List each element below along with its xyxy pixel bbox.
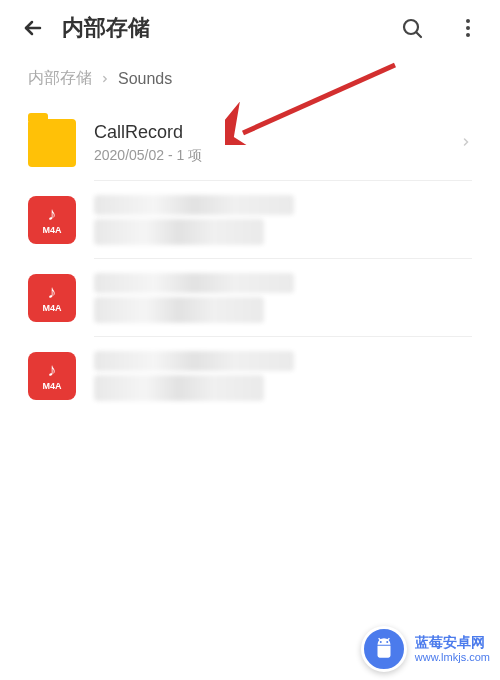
row-text (94, 195, 472, 245)
chevron-right-icon (460, 134, 472, 152)
watermark-url: www.lmkjs.com (415, 651, 490, 664)
folder-icon (28, 119, 76, 167)
more-button[interactable] (448, 8, 488, 48)
search-button[interactable] (392, 8, 432, 48)
audio-item[interactable]: ♪ M4A (28, 337, 472, 415)
header-actions (392, 8, 488, 48)
row-text: CallRecord 2020/05/02 - 1 项 (94, 122, 460, 165)
page-title: 内部存储 (62, 13, 392, 43)
m4a-icon: ♪ M4A (28, 352, 76, 400)
file-type-badge: M4A (42, 381, 61, 391)
file-type-badge: M4A (42, 225, 61, 235)
file-list: CallRecord 2020/05/02 - 1 项 ♪ M4A ♪ M4A … (0, 105, 500, 415)
watermark-logo-icon (361, 626, 407, 672)
redacted-details (94, 375, 264, 401)
redacted-filename (94, 351, 294, 371)
m4a-icon: ♪ M4A (28, 196, 76, 244)
row-text (94, 351, 472, 401)
breadcrumb-root[interactable]: 内部存储 (28, 68, 92, 89)
svg-point-8 (386, 641, 388, 643)
breadcrumb: 内部存储 Sounds (0, 56, 500, 105)
svg-line-10 (387, 638, 389, 640)
folder-name: CallRecord (94, 122, 460, 143)
redacted-filename (94, 195, 294, 215)
file-type-badge: M4A (42, 303, 61, 313)
row-text (94, 273, 472, 323)
svg-line-2 (417, 33, 422, 38)
svg-point-7 (380, 641, 382, 643)
m4a-icon: ♪ M4A (28, 274, 76, 322)
back-button[interactable] (12, 8, 52, 48)
watermark-text: 蓝莓安卓网 www.lmkjs.com (415, 634, 490, 664)
svg-point-5 (466, 33, 470, 37)
redacted-filename (94, 273, 294, 293)
redacted-details (94, 219, 264, 245)
music-note-icon: ♪ (48, 361, 57, 379)
folder-item-callrecord[interactable]: CallRecord 2020/05/02 - 1 项 (28, 105, 472, 181)
more-vertical-icon (456, 16, 480, 40)
music-note-icon: ♪ (48, 205, 57, 223)
svg-point-4 (466, 26, 470, 30)
music-note-icon: ♪ (48, 283, 57, 301)
breadcrumb-current: Sounds (118, 70, 172, 88)
folder-subtitle: 2020/05/02 - 1 项 (94, 147, 460, 165)
audio-item[interactable]: ♪ M4A (28, 259, 472, 337)
svg-line-9 (378, 638, 380, 640)
app-header: 内部存储 (0, 0, 500, 56)
watermark: 蓝莓安卓网 www.lmkjs.com (361, 626, 490, 672)
search-icon (400, 16, 424, 40)
audio-item[interactable]: ♪ M4A (28, 181, 472, 259)
redacted-details (94, 297, 264, 323)
back-arrow-icon (20, 16, 44, 40)
watermark-title: 蓝莓安卓网 (415, 634, 490, 651)
svg-point-3 (466, 19, 470, 23)
chevron-right-icon (100, 70, 110, 88)
